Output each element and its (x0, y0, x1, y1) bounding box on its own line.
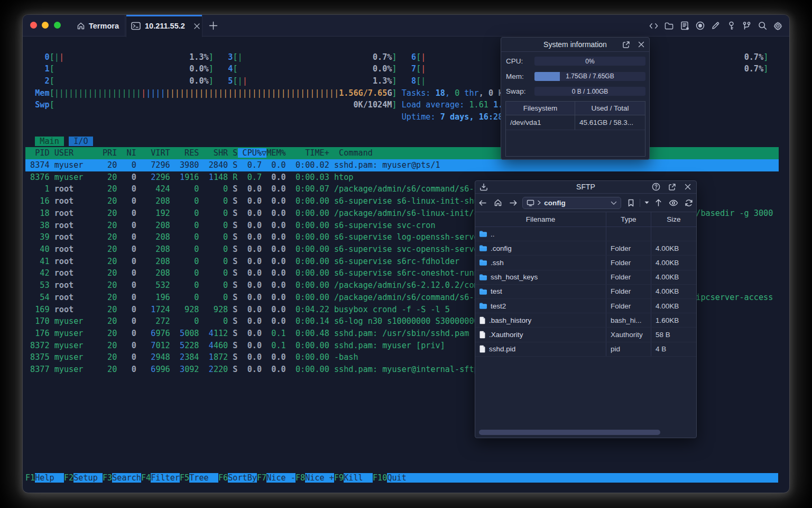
bookmark-icon[interactable] (624, 199, 638, 207)
sftp-file-row-.Xauthority[interactable]: .XauthorityXauthority58 B (475, 328, 696, 342)
help-icon[interactable] (652, 183, 660, 191)
htop-process-row-41[interactable]: 41 root 20 0 208 0 0 S 0.0 0.0 0:00.00 s… (25, 256, 459, 268)
parent-directory-icon[interactable] (651, 198, 666, 207)
sftp-titlebar[interactable]: SFTP (475, 181, 696, 194)
htop-cpu-meters-row-3: 2[ 0.0%] 5[|| 1.3%] 8[| (25, 75, 426, 87)
function-key[interactable]: F3 (103, 473, 112, 483)
close-icon[interactable] (684, 183, 691, 191)
sftp-file-row-ssh_host_keys[interactable]: ssh_host_keysFolder4.00KB (475, 270, 696, 285)
htop-process-row-39[interactable]: 39 root 20 0 208 0 0 S 0.0 0.0 0:00.00 s… (25, 231, 484, 243)
bookmark-dropdown-icon[interactable] (642, 201, 651, 204)
function-key[interactable]: F8 (296, 473, 305, 483)
sftp-file-row-..[interactable]: .. (475, 227, 696, 241)
back-icon[interactable] (475, 199, 491, 206)
htop-process-row-40[interactable]: 40 root 20 0 208 0 0 S 0.0 0.0 0:00.00 s… (25, 243, 484, 256)
function-key[interactable]: F6 (218, 473, 228, 483)
function-key-label[interactable]: Kill (344, 473, 373, 483)
htop-uptime-row: Uptime: 7 days, 16:28:37 (25, 111, 518, 123)
path-breadcrumb[interactable]: config (522, 197, 621, 209)
open-in-window-icon[interactable] (622, 41, 630, 49)
size-cell: 4 B (651, 342, 696, 356)
sort-column-header[interactable]: CPU%▽ (238, 148, 267, 158)
htop-tab-io[interactable]: I/O (69, 137, 93, 146)
htop-process-row-38[interactable]: 38 root 20 0 208 0 0 S 0.0 0.0 0:00.00 s… (25, 220, 436, 232)
terminal-text-segment: s6-supervise log-openssh-server (334, 232, 484, 242)
htop-process-row-8375[interactable]: 8375 myuser 20 0 2948 2384 1872 S 0.0 0.… (25, 351, 358, 364)
show-hidden-eye-icon[interactable] (666, 199, 681, 206)
traffic-light-minimize-button[interactable] (42, 22, 49, 29)
terminal-text-segment: 008 (184, 329, 199, 338)
htop-process-row-8377[interactable]: 8377 myuser 20 0 6996 3092 2220 S 0.0 0.… (25, 364, 479, 376)
function-key-label[interactable]: Nice + (305, 473, 334, 483)
function-key[interactable]: F4 (141, 473, 151, 483)
terminal-text-segment: S (228, 280, 237, 290)
htop-process-row-8372[interactable]: 8372 myuser 20 0 7012 5228 4460 S 0.0 0.… (25, 340, 445, 352)
filename-column-header[interactable]: Filename (475, 212, 606, 227)
meter-tick-red: | (421, 64, 426, 74)
sftp-file-row-test[interactable]: testFolder4.00KB (475, 285, 696, 299)
code-icon[interactable] (649, 21, 658, 30)
function-key[interactable]: F2 (64, 473, 73, 483)
sftp-file-row-.bash_history[interactable]: .bash_historybash_hi...1.60KB (475, 313, 696, 328)
function-key[interactable]: F5 (180, 473, 189, 483)
htop-tab-main[interactable]: Main (35, 137, 64, 146)
meter-value: 0K/1024M (354, 100, 392, 110)
function-key-label[interactable]: Help (35, 473, 64, 483)
sftp-file-row-.ssh[interactable]: .sshFolder4.00KB (475, 256, 696, 270)
htop-function-key-bar[interactable]: F1Help F2Setup F3SearchF4FilterF5Tree F6… (25, 472, 778, 484)
chevron-right-icon (537, 200, 541, 205)
function-key-label[interactable]: Search (112, 473, 141, 483)
traffic-light-close-button[interactable] (30, 22, 37, 29)
function-key-label[interactable]: SortBy (228, 473, 257, 483)
pen-icon[interactable] (711, 21, 720, 30)
htop-table-header-row[interactable]: PID USER PRI NI VIRT RES SHR S CPU%▽MEM%… (25, 147, 779, 159)
size-column-header[interactable]: Size (651, 212, 696, 227)
htop-process-row-16[interactable]: 16 root 20 0 208 0 0 S 0.0 0.0 0:00.00 s… (25, 195, 508, 207)
home-icon[interactable] (491, 198, 506, 207)
open-in-window-icon[interactable] (668, 183, 676, 191)
key-icon[interactable] (727, 21, 736, 30)
type-column-header[interactable]: Type (606, 212, 651, 227)
meter-label: 8 (411, 76, 416, 86)
sftp-file-row-.config[interactable]: .configFolder4.00KB (475, 241, 696, 256)
function-key-label[interactable]: Quit (387, 473, 778, 483)
meter-value: 0.7% (744, 64, 764, 74)
function-key[interactable]: F7 (257, 473, 266, 483)
function-key-label[interactable]: Nice - (266, 473, 296, 483)
system-information-titlebar[interactable]: System information (501, 38, 649, 52)
folder-icon[interactable] (665, 21, 673, 30)
chevron-down-icon[interactable] (611, 199, 617, 207)
tab-ssh-session[interactable]: 10.211.55.2 (126, 15, 202, 37)
sftp-file-row-test2[interactable]: test2Folder4.00KB (475, 299, 696, 313)
filesystem-table-row[interactable]: /dev/vda1 45.61GB / 58.3... (506, 115, 645, 130)
function-key[interactable]: F1 (25, 473, 35, 483)
function-key-label[interactable]: Filter (151, 473, 180, 483)
close-icon[interactable] (638, 41, 645, 49)
function-key[interactable]: F10 (373, 473, 387, 483)
search-icon[interactable] (758, 21, 767, 30)
function-key-label[interactable]: Tree (189, 473, 218, 483)
htop-screen-tabs-row[interactable]: Main I/O (25, 135, 93, 148)
tab-close-icon[interactable] (192, 21, 202, 31)
horizontal-scrollbar[interactable] (479, 430, 660, 435)
sftp-table-header[interactable]: Filename Type Size (475, 212, 696, 228)
terminal-text-segment: 0 (170, 208, 199, 218)
settings-gear-icon[interactable] (773, 21, 782, 30)
record-icon[interactable] (696, 21, 705, 30)
window-titlebar: Termora 10.211.55.2 (23, 15, 789, 37)
sftp-file-row-sshd.pid[interactable]: sshd.pidpid4 B (475, 342, 696, 357)
traffic-light-zoom-button[interactable] (54, 22, 61, 29)
forward-icon[interactable] (505, 199, 521, 206)
new-tab-button[interactable] (204, 15, 223, 37)
branch-icon[interactable] (742, 21, 751, 30)
terminal-text-segment: s6-supervise s6rc-fdholder (334, 257, 459, 266)
function-key[interactable]: F9 (334, 473, 344, 483)
htop-process-row-42[interactable]: 42 root 20 0 208 0 0 S 0.0 0.0 0:00.00 s… (25, 267, 488, 279)
htop-process-row-8374-selected[interactable]: 8374 myuser 20 0 7296 3980 2840 S 0.7 0.… (25, 159, 779, 171)
htop-process-row-8376[interactable]: 8376 myuser 20 0 2296 1916 1148 R 0.7 0.… (25, 171, 354, 184)
function-key-label[interactable]: Setup (73, 473, 103, 483)
refresh-icon[interactable] (681, 199, 696, 207)
tab-home-termora[interactable]: Termora (71, 15, 125, 37)
htop-process-row-169[interactable]: 169 root 20 0 1724 928 928 S 0.0 0.0 0:0… (25, 304, 450, 316)
log-document-icon[interactable] (680, 21, 689, 30)
